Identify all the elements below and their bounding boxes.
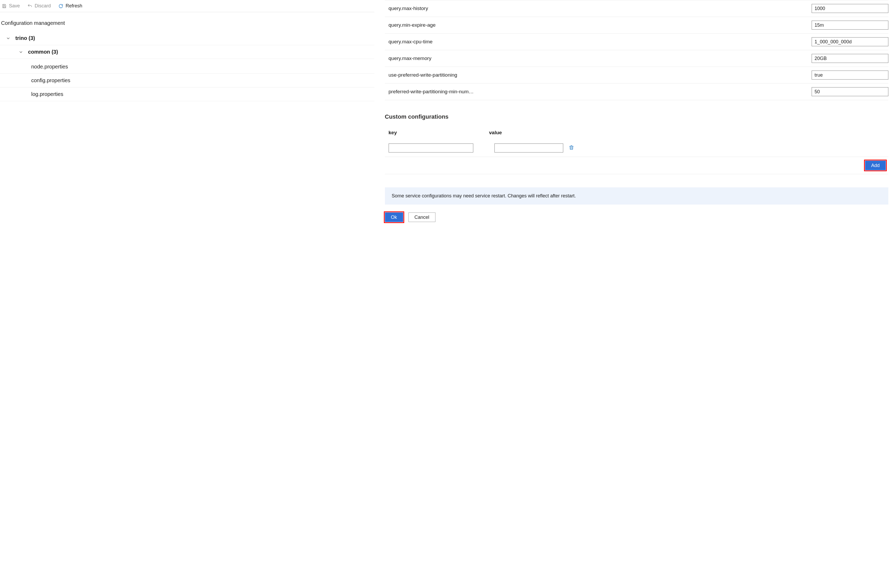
- delete-row-button[interactable]: [569, 144, 574, 152]
- custom-config-header: key value: [385, 130, 888, 141]
- property-key: preferred-write-partitioning-min-num…: [388, 89, 809, 94]
- add-button[interactable]: Add: [865, 160, 886, 170]
- property-key: query.max-cpu-time: [388, 39, 809, 45]
- config-tree: trino (3) common (3) node.properties con…: [0, 32, 374, 101]
- ok-button[interactable]: Ok: [385, 213, 403, 222]
- tree-leaf-label: node.properties: [31, 64, 68, 70]
- toolbar: Save Discard Refresh: [0, 1, 374, 12]
- restart-info-message: Some service configurations may need ser…: [385, 188, 888, 204]
- right-panel: query.max-history query.min-expire-age q…: [374, 0, 891, 588]
- property-row: query.max-cpu-time: [385, 33, 888, 50]
- property-row: use-preferred-write-partitioning: [385, 67, 888, 84]
- refresh-label: Refresh: [66, 3, 82, 9]
- svg-rect-0: [3, 6, 5, 8]
- property-value-input[interactable]: [812, 4, 888, 13]
- refresh-icon: [58, 3, 63, 9]
- custom-header-key: key: [388, 130, 489, 136]
- property-value-input[interactable]: [812, 37, 888, 46]
- tree-node-label: trino (3): [15, 35, 35, 41]
- property-row: preferred-write-partitioning-min-num…: [385, 84, 888, 100]
- tree-leaf-label: log.properties: [31, 91, 63, 97]
- property-row: query.max-history: [385, 0, 888, 17]
- undo-icon: [27, 3, 33, 9]
- property-value-input[interactable]: [812, 87, 888, 96]
- property-value-input[interactable]: [812, 21, 888, 30]
- refresh-button[interactable]: Refresh: [58, 3, 83, 9]
- tree-leaf-label: config.properties: [31, 77, 70, 84]
- property-key: use-preferred-write-partitioning: [388, 72, 809, 78]
- trash-icon: [569, 144, 574, 152]
- property-list: query.max-history query.min-expire-age q…: [385, 0, 888, 100]
- tree-node-common[interactable]: common (3): [0, 45, 374, 59]
- custom-config-section: Custom configurations key value: [385, 100, 888, 174]
- property-key: query.min-expire-age: [388, 22, 809, 28]
- custom-header-value: value: [489, 130, 888, 136]
- chevron-down-icon: [18, 50, 23, 54]
- custom-add-bar: Add: [385, 157, 888, 174]
- save-label: Save: [9, 3, 20, 9]
- section-title: Configuration management: [0, 12, 374, 32]
- custom-config-title: Custom configurations: [385, 113, 888, 120]
- property-value-input[interactable]: [812, 54, 888, 63]
- tree-leaf-config-properties[interactable]: config.properties: [0, 74, 374, 87]
- property-key: query.max-memory: [388, 56, 809, 61]
- property-value-input[interactable]: [812, 70, 888, 80]
- cancel-button[interactable]: Cancel: [408, 213, 435, 222]
- left-panel: Save Discard Refresh Configuratio: [0, 0, 374, 588]
- custom-value-input[interactable]: [494, 144, 563, 153]
- property-row: query.max-memory: [385, 50, 888, 67]
- custom-key-input[interactable]: [388, 144, 473, 153]
- tree-leaf-log-properties[interactable]: log.properties: [0, 87, 374, 101]
- discard-label: Discard: [35, 3, 51, 9]
- tree-leaf-node-properties[interactable]: node.properties: [0, 60, 374, 74]
- discard-button[interactable]: Discard: [27, 3, 51, 9]
- chevron-down-icon: [6, 36, 11, 41]
- property-key: query.max-history: [388, 6, 809, 11]
- save-button[interactable]: Save: [1, 3, 20, 9]
- tree-node-label: common (3): [28, 49, 58, 55]
- custom-config-row: [385, 141, 888, 157]
- save-icon: [2, 3, 7, 9]
- dialog-actions: Ok Cancel: [385, 213, 888, 222]
- tree-node-trino[interactable]: trino (3): [0, 32, 374, 45]
- property-row: query.min-expire-age: [385, 17, 888, 33]
